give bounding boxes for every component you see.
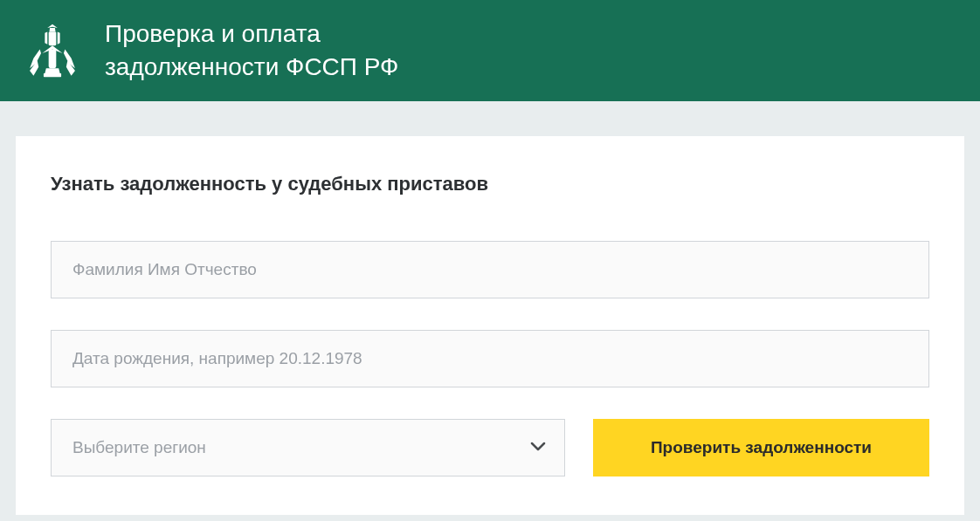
fullname-input[interactable]: [51, 241, 929, 298]
region-select-wrapper: Выберите регион: [51, 419, 565, 476]
form-bottom-row: Выберите регион Проверить задолженности: [51, 419, 929, 476]
card-title: Узнать задолженность у судебных приставо…: [51, 173, 929, 195]
search-card: Узнать задолженность у судебных приставо…: [16, 136, 964, 515]
page-header: Проверка и оплата задолженности ФССП РФ: [0, 0, 980, 101]
birthdate-input[interactable]: [51, 330, 929, 387]
region-select[interactable]: Выберите регион: [51, 419, 565, 476]
svg-rect-0: [49, 31, 57, 45]
header-title-line2: задолженности ФССП РФ: [105, 53, 398, 80]
svg-rect-2: [44, 73, 61, 77]
header-title: Проверка и оплата задолженности ФССП РФ: [105, 17, 398, 84]
fssp-logo-icon: [21, 19, 84, 82]
check-debts-button[interactable]: Проверить задолженности: [593, 419, 929, 476]
header-title-line1: Проверка и оплата: [105, 20, 321, 47]
svg-rect-1: [49, 49, 57, 68]
